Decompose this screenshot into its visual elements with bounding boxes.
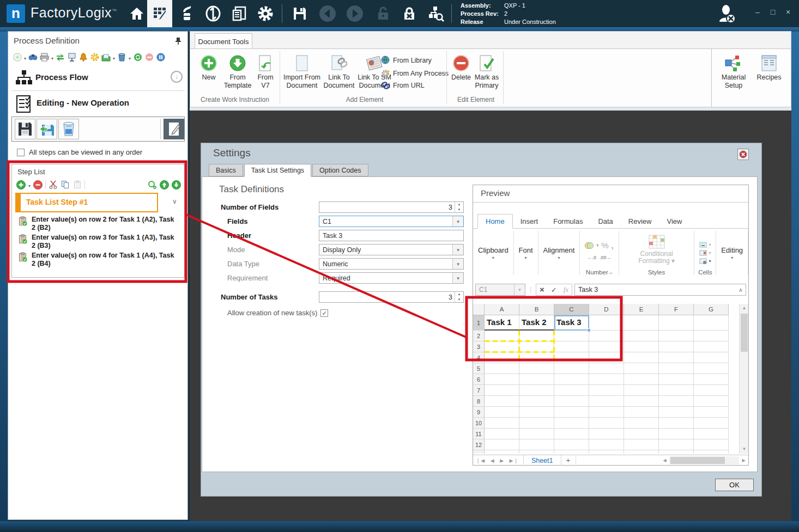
number-of-fields-input[interactable]: 3 ▲▼ <box>319 201 464 213</box>
cell-G13[interactable] <box>694 450 729 454</box>
cell-E10[interactable] <box>624 418 659 429</box>
import-from-document-button[interactable]: Import From Document <box>283 52 321 90</box>
increase-decimal-icon[interactable]: ←.0 <box>588 255 597 260</box>
cell-G2[interactable] <box>694 331 729 341</box>
cell-F8[interactable] <box>659 396 694 407</box>
refresh-icon[interactable] <box>133 53 142 62</box>
home-icon[interactable] <box>128 4 146 23</box>
recipes-button[interactable]: Recipes <box>755 52 783 82</box>
mark-as-primary-button[interactable]: Mark as Primary <box>473 52 501 90</box>
cell-E5[interactable] <box>624 363 659 374</box>
checkout-icon[interactable] <box>101 53 111 62</box>
process-definition-tab-icon[interactable] <box>147 0 172 27</box>
cell-D9[interactable] <box>589 407 624 418</box>
dropdown-arrow-icon[interactable]: ▾ <box>452 273 463 283</box>
insert-function-icon[interactable]: fx <box>564 285 568 294</box>
row-header-8[interactable]: 8 <box>473 396 485 407</box>
minimize-button[interactable]: – <box>755 8 760 16</box>
cell-D5[interactable] <box>589 363 624 374</box>
cell-D2[interactable] <box>589 331 624 341</box>
cell-G8[interactable] <box>694 396 729 407</box>
cell-G1[interactable] <box>694 315 729 331</box>
cell-D13[interactable] <box>589 450 624 454</box>
dialog-tab-basics[interactable]: Basics <box>209 164 243 176</box>
header-input[interactable]: Task 3 <box>319 230 464 241</box>
cell-C9[interactable] <box>554 407 589 418</box>
spreadsheet-tab-home[interactable]: Home <box>477 214 513 229</box>
cell-E11[interactable] <box>624 429 659 439</box>
cell-F2[interactable] <box>659 331 694 341</box>
vertical-scrollbar[interactable]: ▲ ▼ <box>739 304 748 454</box>
cell-F6[interactable] <box>659 374 694 385</box>
pin-icon[interactable] <box>175 37 181 47</box>
horizontal-scrollbar[interactable]: ◀ ▶ <box>660 455 748 466</box>
cell-E9[interactable] <box>624 407 659 418</box>
material-setup-button[interactable]: Material Setup <box>717 52 750 90</box>
formula-bar-grip[interactable]: ⋮ <box>528 286 534 293</box>
row-header-7[interactable]: 7 <box>473 385 485 396</box>
from-v7-button[interactable]: From V7 <box>253 52 277 90</box>
dialog-close-button[interactable] <box>737 149 749 160</box>
number-of-tasks-input[interactable]: 3 ▲▼ <box>319 291 464 303</box>
cell-C13[interactable] <box>554 450 589 454</box>
cell-A7[interactable] <box>485 385 519 396</box>
cell-D7[interactable] <box>589 385 624 396</box>
cell-A8[interactable] <box>485 396 519 407</box>
row-header-4[interactable]: 4 <box>473 352 485 363</box>
step-chevron-down-icon[interactable]: ∨ <box>172 198 177 205</box>
dialog-tab-option-codes[interactable]: Option Codes <box>312 164 368 176</box>
row-header-9[interactable]: 9 <box>473 407 485 418</box>
step-list-item[interactable]: Enter value(s) on row 3 for Task 1 (A3),… <box>15 234 182 250</box>
row-header-1[interactable]: 1 <box>473 315 485 331</box>
save-icon[interactable] <box>290 4 309 23</box>
from-library-button[interactable]: From Library <box>381 56 432 65</box>
add-sheet-button[interactable]: + <box>561 457 576 464</box>
font-group-button[interactable]: Font▾ <box>514 229 538 277</box>
delete-element-button[interactable]: Delete <box>450 52 473 82</box>
cell-B4[interactable] <box>519 352 554 363</box>
cell-E2[interactable] <box>624 331 659 341</box>
cell-D8[interactable] <box>589 396 624 407</box>
spreadsheet-tab-review[interactable]: Review <box>621 214 659 229</box>
cell-F12[interactable] <box>659 439 694 450</box>
cell-F9[interactable] <box>659 407 694 418</box>
cell-D10[interactable] <box>589 418 624 429</box>
spreadsheet-tab-view[interactable]: View <box>659 214 689 229</box>
cell-E12[interactable] <box>624 439 659 450</box>
remove-step-icon[interactable] <box>33 180 43 189</box>
formula-input[interactable]: Task 3 ∧ <box>574 284 746 296</box>
cell-G5[interactable] <box>694 363 729 374</box>
cell-E7[interactable] <box>624 385 659 396</box>
cell-G6[interactable] <box>694 374 729 385</box>
cell-A4[interactable] <box>485 352 519 363</box>
spinner-buttons[interactable]: ▲▼ <box>455 202 463 212</box>
format-cells-button[interactable]: ▾ <box>699 257 711 265</box>
row-header-5[interactable]: 5 <box>473 363 485 374</box>
scroll-up-icon[interactable]: ▲ <box>740 304 749 313</box>
fields-select[interactable]: C1 ▾ <box>319 216 464 227</box>
cell-G4[interactable] <box>694 352 729 363</box>
cell-A3[interactable] <box>485 341 519 352</box>
cell-B10[interactable] <box>519 418 554 429</box>
percent-icon[interactable]: % <box>601 241 608 250</box>
data-type-select[interactable]: Numeric ▾ <box>319 258 464 270</box>
cell-B8[interactable] <box>519 396 554 407</box>
user-logout-icon[interactable] <box>717 4 736 23</box>
recycle-bin-icon[interactable] <box>117 53 126 62</box>
scroll-right-icon[interactable]: ▶ <box>739 458 748 463</box>
cell-B11[interactable] <box>519 429 554 439</box>
presentation-icon[interactable] <box>67 53 76 62</box>
cell-F10[interactable] <box>659 418 694 429</box>
row-header-13[interactable]: 13 <box>473 450 485 454</box>
gear-icon[interactable] <box>90 53 99 62</box>
reassign-icon[interactable] <box>56 53 65 62</box>
cell-C11[interactable] <box>554 429 589 439</box>
column-header-G[interactable]: G <box>694 304 729 315</box>
cell-F13[interactable] <box>659 450 694 454</box>
editing-group-button[interactable]: Editing▾ <box>716 229 748 277</box>
cell-D6[interactable] <box>589 374 624 385</box>
copy-icon[interactable] <box>60 180 70 189</box>
cell-C7[interactable] <box>554 385 589 396</box>
expand-down-icon[interactable] <box>171 71 183 83</box>
settings-gear-icon[interactable] <box>256 4 275 23</box>
